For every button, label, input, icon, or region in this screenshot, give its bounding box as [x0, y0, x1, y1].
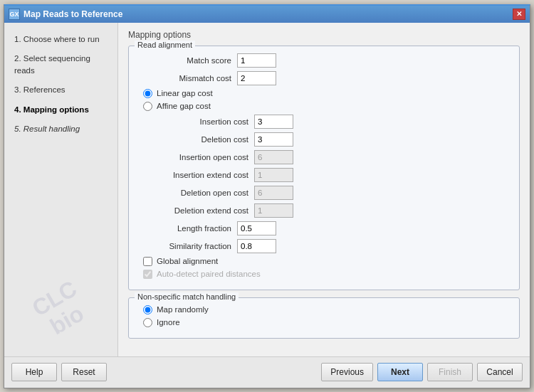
deletion-cost-row: Deletion cost	[155, 132, 511, 147]
affine-gap-row[interactable]: Affine gap cost	[137, 102, 511, 111]
mismatch-cost-input[interactable]	[237, 71, 276, 85]
auto-detect-row: Auto-detect paired distances	[137, 270, 511, 279]
deletion-cost-label: Deletion cost	[155, 135, 254, 144]
insertion-cost-label: Insertion cost	[155, 117, 254, 126]
finish-button[interactable]: Finish	[427, 363, 473, 381]
titlebar: GX Map Reads to Reference ✕	[4, 6, 530, 23]
similarity-fraction-input[interactable]	[237, 239, 276, 253]
mismatch-cost-row: Mismatch cost	[137, 71, 511, 85]
affine-gap-label: Affine gap cost	[157, 102, 211, 110]
cancel-button[interactable]: Cancel	[477, 363, 523, 381]
insertion-cost-row: Insertion cost	[155, 115, 511, 129]
linear-gap-row[interactable]: Linear gap cost	[137, 89, 511, 98]
match-score-input[interactable]	[237, 53, 276, 68]
reset-button[interactable]: Reset	[61, 363, 107, 381]
deletion-extend-label: Deletion extend cost	[155, 206, 254, 215]
watermark: CLCbio	[6, 263, 117, 356]
global-alignment-label: Global alignment	[157, 257, 218, 265]
non-specific-title: Non-specific match handling	[135, 292, 239, 301]
map-randomly-radio[interactable]	[143, 305, 152, 314]
similarity-fraction-label: Similarity fraction	[137, 242, 237, 250]
ignore-row[interactable]: Ignore	[137, 318, 511, 327]
main-window: GX Map Reads to Reference ✕ CLCbio 1. Ch…	[4, 4, 530, 388]
read-alignment-group: Read alignment Match score Mismatch cost…	[128, 46, 520, 290]
insertion-cost-input[interactable]	[254, 115, 293, 129]
match-score-row: Match score	[137, 53, 511, 68]
sidebar: CLCbio 1. Choose where to run 2. Select …	[4, 23, 118, 356]
section-title: Mapping options	[128, 30, 520, 40]
length-fraction-row: Length fraction	[137, 221, 511, 235]
content-area: CLCbio 1. Choose where to run 2. Select …	[4, 23, 530, 356]
length-fraction-input[interactable]	[237, 221, 276, 235]
ignore-label: Ignore	[157, 318, 180, 327]
app-icon: GX	[9, 9, 20, 20]
read-alignment-title: Read alignment	[135, 41, 195, 49]
sidebar-item-result-handling[interactable]: 5. Result handling	[4, 120, 117, 139]
titlebar-buttons: ✕	[513, 9, 525, 20]
insertion-extend-row: Insertion extend cost	[155, 168, 511, 182]
mismatch-cost-label: Mismatch cost	[137, 74, 237, 83]
insertion-open-label: Insertion open cost	[155, 153, 254, 161]
close-button[interactable]: ✕	[513, 9, 525, 20]
help-button[interactable]: Help	[11, 363, 57, 381]
deletion-open-input	[254, 186, 293, 200]
previous-button[interactable]: Previous	[321, 363, 373, 381]
footer: Help Reset Previous Next Finish Cancel	[4, 356, 530, 388]
map-randomly-row[interactable]: Map randomly	[137, 305, 511, 314]
global-alignment-row[interactable]: Global alignment	[137, 257, 511, 266]
insertion-extend-label: Insertion extend cost	[155, 171, 254, 179]
match-score-label: Match score	[137, 56, 237, 65]
auto-detect-label: Auto-detect paired distances	[157, 270, 261, 278]
sidebar-item-mapping-options[interactable]: 4. Mapping options	[4, 100, 117, 120]
length-fraction-label: Length fraction	[137, 224, 237, 233]
similarity-fraction-row: Similarity fraction	[137, 239, 511, 253]
sidebar-item-select-reads[interactable]: 2. Select sequencing reads	[4, 49, 117, 81]
non-specific-group: Non-specific match handling Map randomly…	[128, 297, 520, 339]
main-panel: Mapping options Read alignment Match sco…	[118, 23, 530, 356]
deletion-cost-input[interactable]	[254, 132, 293, 147]
linear-gap-radio[interactable]	[143, 89, 152, 98]
insertion-open-row: Insertion open cost	[155, 150, 511, 164]
insertion-open-input	[254, 150, 293, 164]
ignore-radio[interactable]	[143, 318, 152, 327]
next-button[interactable]: Next	[377, 363, 423, 381]
deletion-extend-row: Deletion extend cost	[155, 203, 511, 218]
auto-detect-checkbox	[143, 270, 152, 279]
global-alignment-checkbox[interactable]	[143, 257, 152, 266]
map-randomly-label: Map randomly	[157, 305, 209, 314]
linear-gap-label: Linear gap cost	[157, 89, 213, 97]
window-title: Map Reads to Reference	[23, 9, 513, 19]
affine-gap-radio[interactable]	[143, 102, 152, 111]
deletion-open-row: Deletion open cost	[155, 186, 511, 200]
deletion-extend-input	[254, 203, 293, 218]
sidebar-item-choose-run[interactable]: 1. Choose where to run	[4, 30, 117, 49]
gap-cost-fields: Insertion cost Deletion cost Insertion o…	[137, 115, 511, 218]
sidebar-item-references[interactable]: 3. References	[4, 80, 117, 100]
deletion-open-label: Deletion open cost	[155, 189, 254, 197]
insertion-extend-input	[254, 168, 293, 182]
